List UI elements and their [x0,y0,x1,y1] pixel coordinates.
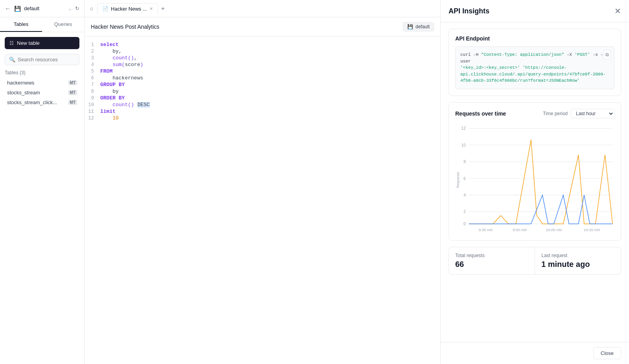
search-box: 🔍 [5,54,79,65]
sidebar: ← 💾 default ⌄ ↻ Tables Queries ☷ New tab… [0,0,85,364]
last-request-value: 1 minute ago [541,260,614,269]
query-tab-hacker-news[interactable]: 📄 Hacker News ... ✕ [97,3,158,15]
svg-text:10: 10 [461,142,466,147]
svg-text:8: 8 [463,159,466,164]
table-item-hackernews[interactable]: hackernews MT [5,78,79,88]
copy-endpoint-button[interactable]: ⧉ [603,50,611,59]
svg-text:12: 12 [461,126,466,131]
api-endpoint-title: API Endpoint [455,35,614,42]
sidebar-header: ← 💾 default ⌄ ↻ [0,0,84,17]
tab-tables[interactable]: Tables [0,17,42,32]
db-badge-icon: 💾 [407,24,413,29]
tables-section: Tables (3) hackernews MT stocks_stream M… [0,70,84,107]
tab-icon: 📄 [102,6,109,12]
table-item-stocks-stream-click[interactable]: stocks_stream_click... MT [5,97,79,107]
svg-text:2: 2 [463,209,466,214]
mt-badge: MT [68,80,77,85]
code-line-12: 12 10 [85,115,440,121]
total-requests-label: Total requests [455,253,528,258]
add-tab-button[interactable]: + [160,4,166,14]
chart-series-blue [469,195,612,224]
svg-text:10:05 AM: 10:05 AM [546,227,562,232]
home-button[interactable]: ⌂ [88,3,96,14]
code-line-4: 4 sum(score) [85,61,440,68]
code-line-5: 5 FROM [85,68,440,75]
svg-text:10:20 AM: 10:20 AM [584,227,600,232]
total-requests-value: 66 [455,260,528,269]
new-table-label: New table [17,40,40,46]
endpoint-text: curl -H "Content-Type: application/json"… [460,52,606,83]
code-line-1: 1 select [85,41,440,48]
code-line-3: 3 count(), [85,55,440,61]
table-name: hackernews [7,80,34,86]
api-panel-header: API Insights ✕ [441,0,629,22]
close-panel-button[interactable]: ✕ [614,6,621,16]
code-line-7: 7 GROUP BY [85,81,440,88]
stat-last-request: Last request 1 minute ago [535,247,621,274]
api-panel-title: API Insights [449,7,489,15]
table-name: stocks_stream_click... [7,99,57,105]
chart-container: 12 10 8 6 4 2 0 Requests 9:35 AM 9: [455,123,614,234]
chart-header: Requests over time Time period Last hour… [455,109,614,118]
api-endpoint-section: API Endpoint ⧉ curl -H "Content-Type: ap… [449,29,621,96]
mt-badge: MT [68,100,77,105]
endpoint-code-block: ⧉ curl -H "Content-Type: application/jso… [455,46,614,89]
query-title: Hacker News Post Analytics [91,24,159,30]
svg-text:6: 6 [463,176,466,180]
search-icon: 🔍 [9,57,15,63]
requests-chart: 12 10 8 6 4 2 0 Requests 9:35 AM 9: [455,123,614,233]
tab-close-icon[interactable]: ✕ [149,6,153,11]
tab-bar: ⌂ 📄 Hacker News ... ✕ + [85,0,440,17]
search-input[interactable] [18,57,75,63]
database-name: default [24,6,65,11]
table-name: stocks_stream [7,90,40,96]
main-content: ⌂ 📄 Hacker News ... ✕ + Hacker News Post… [85,0,440,364]
nav-tabs: Tables Queries [0,17,84,32]
code-line-6: 6 hackernews [85,75,440,81]
last-request-label: Last request [541,253,614,258]
chart-section: Requests over time Time period Last hour… [449,102,621,241]
new-table-button[interactable]: ☷ New table [5,37,79,49]
svg-text:9:50 AM: 9:50 AM [513,227,526,232]
stat-total-requests: Total requests 66 [449,247,535,274]
time-period-select[interactable]: Last hour Last 24 hours Last 7 days [571,109,614,118]
back-button[interactable]: ← [5,5,11,12]
chevron-icon: ⌄ [68,6,72,11]
code-line-11: 11 limit [85,108,440,115]
svg-text:0: 0 [463,221,466,226]
table-icon: ☷ [9,40,14,46]
api-insights-panel: API Insights ✕ API Endpoint ⧉ curl -H "C… [440,0,629,364]
code-editor[interactable]: 1 select 2 by, 3 count(), 4 sum(score) 5… [85,37,440,364]
time-period-label: Time period [543,111,568,116]
refresh-button[interactable]: ↻ [75,6,79,11]
chart-title: Requests over time [455,110,506,117]
tab-queries[interactable]: Queries [42,17,84,32]
code-line-10: 10 count() DESC [85,101,440,108]
svg-text:4: 4 [463,193,466,197]
query-header: Hacker News Post Analytics 💾 default [85,17,440,37]
panel-footer: Close [441,342,629,364]
table-item-stocks-stream[interactable]: stocks_stream MT [5,88,79,97]
code-line-9: 9 ORDER BY [85,95,440,101]
tab-label: Hacker News ... [111,6,147,12]
code-line-2: 2 by, [85,48,440,55]
mt-badge: MT [68,90,77,95]
db-badge-label: default [416,24,430,29]
stats-row: Total requests 66 Last request 1 minute … [449,247,621,275]
default-badge: 💾 default [403,22,434,31]
tables-count-label: Tables (3) [5,70,79,75]
svg-text:Requests: Requests [456,172,460,188]
database-icon: 💾 [14,6,21,12]
svg-text:9:35 AM: 9:35 AM [478,227,492,232]
code-line-8: 8 by [85,88,440,95]
time-period-selector: Time period Last hour Last 24 hours Last… [543,109,614,118]
close-button[interactable]: Close [593,347,621,359]
chart-series-orange [469,140,612,224]
